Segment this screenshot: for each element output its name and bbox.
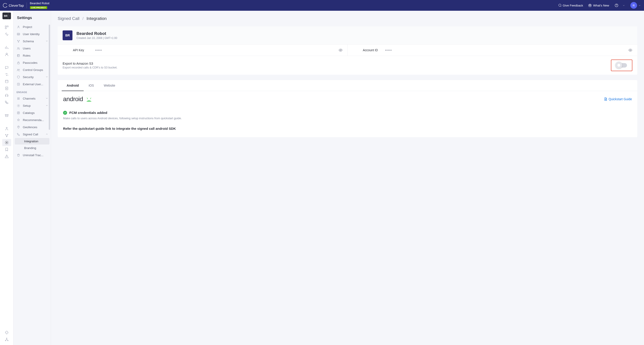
svg-point-7 [6,53,8,54]
rail-bookmark-icon[interactable] [2,146,11,153]
sidebar-item-security[interactable]: Security [14,73,51,81]
project-card: BR Bearded Robot Created Jan 10, 2008 | … [58,27,336,75]
sidebar-section-engage: ENGAGE [14,88,51,95]
svg-rect-27 [18,63,20,64]
rail-settings-icon[interactable] [2,139,11,146]
geofence-icon [16,125,20,129]
rail-phone-icon[interactable] [2,99,11,106]
api-key-value: ••••• [95,49,102,52]
rail-person-icon[interactable] [2,125,11,132]
chevron-down-icon [46,104,48,107]
rail-alert-icon[interactable] [2,153,11,160]
sidebar-item-label: Uninstall Trac... [23,153,44,157]
svg-rect-3 [5,26,6,27]
project-avatar: BR [62,31,72,40]
svg-rect-10 [5,115,8,115]
sidebar-item-channels[interactable]: Channels [14,95,51,102]
left-icon-rail: BR [0,11,14,181]
catalog-icon [16,111,20,115]
sidebar-item-project[interactable]: Project [14,23,51,31]
sidebar-item-label: Roles [23,54,30,57]
phone-icon [16,132,20,136]
sidebar-subitem-integration[interactable]: Integration [15,138,50,145]
users-icon [16,47,20,50]
sidebar-item-label: Setup [23,104,31,107]
user-icon [16,25,20,29]
settings-sidebar: Settings Project User Identity Schema Us… [14,11,51,181]
sidebar-item-schema[interactable]: Schema [14,38,51,45]
topbar: CleverTap Bearded Robot LIVE PROJECT Giv… [0,0,336,11]
sidebar-item-label: Project [23,25,32,29]
project-switcher[interactable]: BR [2,13,11,19]
rail-message-icon[interactable] [2,64,11,71]
sidebar-item-users[interactable]: Users [14,45,51,52]
chevron-up-icon [46,133,48,136]
sidebar-item-user-identity[interactable]: User Identity [14,31,51,38]
sidebar-item-control-groups[interactable]: Control Groups [14,66,51,73]
sidebar-item-label: Schema [23,40,34,43]
sidebar-item-geofences[interactable]: Geofences [14,124,51,131]
sidebar-item-setup[interactable]: Setup [14,102,51,109]
project-selector[interactable]: Bearded Robot LIVE PROJECT [28,2,50,9]
sidebar-item-label: Users [23,47,31,50]
breadcrumb-current: Integration [86,16,107,21]
recommendations-icon [16,118,20,122]
svg-rect-4 [7,26,8,27]
sidebar-item-recommendations[interactable]: Recommenda... [14,116,51,124]
brand-text: CleverTap [9,4,24,8]
rail-push-icon[interactable] [2,85,11,92]
breadcrumb-separator: / [82,16,84,21]
project-header: BR Bearded Robot Created Jan 10, 2008 | … [58,27,336,45]
svg-rect-5 [5,28,6,29]
tab-ios[interactable]: iOS [84,80,99,91]
sidebar-item-catalogs[interactable]: Catalogs [14,109,51,116]
svg-rect-26 [17,54,20,57]
sidebar-item-label: Control Groups [23,68,43,72]
sidebar-item-label: Channels [23,97,36,100]
rail-journeys-icon[interactable] [2,71,11,78]
sidebar-item-roles[interactable]: Roles [14,52,51,59]
gear-icon [16,104,20,107]
chevron-down-icon [46,40,48,43]
rail-analytics-icon[interactable] [2,44,11,51]
sidebar-item-label: Security [23,75,34,79]
android-wordmark: android [63,96,83,103]
sidebar-item-label: Geofences [23,126,37,129]
sidebar-item-uninstall[interactable]: Uninstall Trac... [14,151,51,159]
svg-point-11 [6,127,7,128]
tab-android[interactable]: Android [62,80,84,91]
rail-campaigns-icon[interactable] [2,31,11,38]
rail-segments-icon[interactable] [2,24,11,31]
svg-line-38 [87,98,88,99]
svg-point-21 [18,34,18,34]
sidebar-scrollbar[interactable] [49,25,50,130]
fcm-status-title: FCM credentials added [69,111,107,115]
project-switcher-label: BR [4,15,8,17]
credentials-row: API Key ••••• Account ID ••••• [58,45,336,56]
chevron-down-icon [8,15,10,17]
sidebar-title: Settings [14,11,51,23]
chevron-down-icon [46,75,48,79]
rail-archive-icon[interactable] [2,112,11,119]
rail-inapp-icon[interactable] [2,78,11,85]
sidebar-item-signed-call[interactable]: Signed Call [14,131,51,138]
breadcrumb-parent[interactable]: Signed Call [58,16,80,21]
main-content: Signed Call / Integration BR Bearded Rob… [51,11,336,181]
sidebar-subitem-branding[interactable]: Branding [15,145,50,151]
sidebar-item-external-user[interactable]: External User... [14,81,51,88]
api-key-label: API Key [73,49,95,52]
svg-point-0 [6,6,7,7]
export-s3-row: Export to Amazon S3 Export recorded call… [58,56,336,75]
svg-point-36 [88,100,88,101]
check-circle-icon [63,111,67,115]
rail-tree-icon[interactable] [2,132,11,139]
brand-logo[interactable]: CleverTap [0,3,26,8]
tabs-header: Android iOS Website [58,80,336,91]
tab-website[interactable]: Website [99,80,120,91]
uninstall-icon [16,153,20,157]
rail-support-icon[interactable] [2,92,11,99]
channels-icon [16,97,20,100]
rail-user-icon[interactable] [2,51,11,58]
sidebar-item-passcodes[interactable]: Passcodes [14,59,51,66]
svg-line-39 [90,98,91,99]
